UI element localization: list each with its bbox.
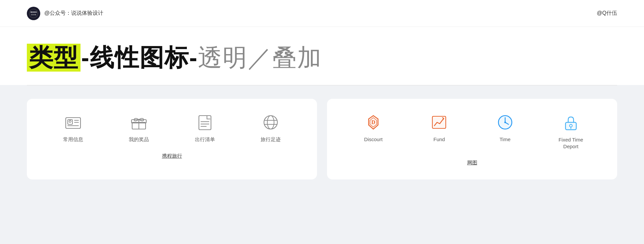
list-icon xyxy=(195,112,215,132)
svg-text:DESIGN: DESIGN xyxy=(30,11,37,13)
list-item: 出行清单 xyxy=(175,112,234,143)
logo: DESIGN 说说体验 xyxy=(27,7,40,20)
card-ctrip: 常用信息 xyxy=(27,99,317,179)
list-item: 我的奖品 xyxy=(109,112,168,143)
svg-text:说说体验: 说说体验 xyxy=(31,14,37,15)
header-left: DESIGN 说说体验 @公众号：说说体验设计 xyxy=(27,7,103,20)
icon-label: Discourt xyxy=(364,136,383,142)
card2-source-link[interactable]: 网图 xyxy=(467,160,477,165)
svg-point-17 xyxy=(267,116,274,129)
svg-point-0 xyxy=(29,9,38,18)
list-item: Fund xyxy=(410,112,469,150)
card1-source-link[interactable]: 携程旅行 xyxy=(162,153,182,159)
icon-label: 常用信息 xyxy=(63,136,83,143)
globe-icon xyxy=(261,112,281,132)
icon-label: 我的奖品 xyxy=(129,136,149,143)
gift-icon xyxy=(129,112,149,132)
main-title: 类型 -线性图标- 透明／叠加 xyxy=(27,44,617,72)
time-icon xyxy=(495,112,515,132)
list-item: Fixed TimeDeport xyxy=(541,112,600,150)
title-text2: 透明／叠加 xyxy=(198,44,322,71)
card2-footer: 网图 xyxy=(344,160,600,166)
svg-point-16 xyxy=(264,116,277,129)
icon-label: Fund xyxy=(433,136,445,142)
fixed-time-deport-icon xyxy=(561,112,581,132)
list-item: D Discourt xyxy=(344,112,403,150)
svg-text:D: D xyxy=(371,119,375,125)
card1-footer: 携程旅行 xyxy=(44,153,300,159)
list-item: 旅行足迹 xyxy=(241,112,300,143)
author-label: @Q什伍 xyxy=(597,10,617,17)
icon-label: 旅行足迹 xyxy=(261,136,281,143)
wangtu-icons-grid: D Discourt Fund xyxy=(344,112,600,150)
icon-label: Time xyxy=(499,136,511,142)
list-item: Time xyxy=(476,112,535,150)
discount-icon: D xyxy=(363,112,383,132)
list-item: 常用信息 xyxy=(44,112,103,143)
brand-label: @公众号：说说体验设计 xyxy=(44,10,103,17)
icon-label: 出行清单 xyxy=(195,136,215,143)
title-text1: -线性图标- xyxy=(81,44,198,71)
title-highlight: 类型 xyxy=(27,44,80,72)
svg-point-25 xyxy=(504,122,506,123)
header: DESIGN 说说体验 @公众号：说说体验设计 @Q什伍 xyxy=(0,0,644,27)
card-wangtu: D Discourt Fund xyxy=(327,99,617,179)
id-card-icon xyxy=(63,112,83,132)
svg-point-5 xyxy=(69,120,71,122)
svg-rect-12 xyxy=(199,116,211,130)
cards-section: 常用信息 xyxy=(0,85,644,193)
ctrip-icons-grid: 常用信息 xyxy=(44,112,300,143)
title-section: 类型 -线性图标- 透明／叠加 xyxy=(0,27,644,85)
fund-icon xyxy=(429,112,449,132)
icon-label: Fixed TimeDeport xyxy=(558,136,583,150)
